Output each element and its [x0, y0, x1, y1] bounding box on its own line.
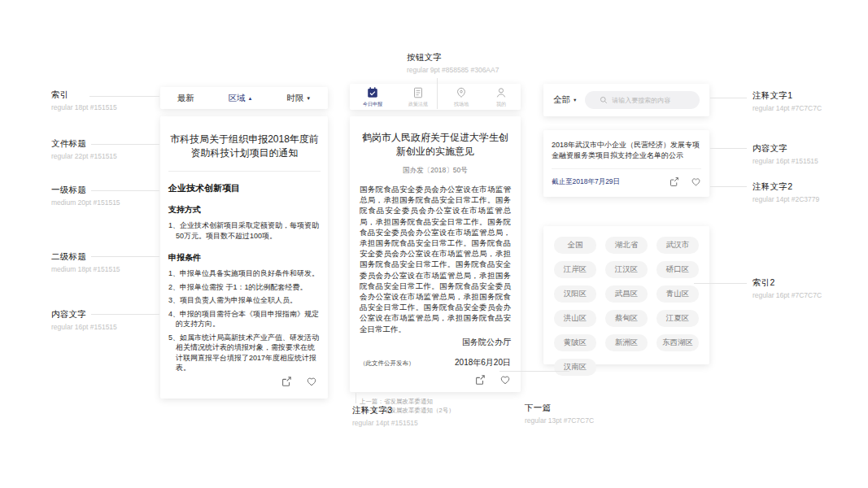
nav-label: 政策法规: [408, 101, 428, 108]
body-item: 4、申报的项目需符合本《项目申报指南》规定的支持方向。: [168, 309, 321, 329]
region-tag[interactable]: 洪山区: [554, 310, 596, 327]
annotation-content-text: 内容文字 regular 16pt #151515: [752, 143, 818, 165]
annotation-spec: regular 16pt #7C7C7C: [752, 291, 822, 299]
annotation-label: 索引: [51, 89, 117, 101]
annotation-label: 下一篇: [525, 403, 594, 414]
region-tag[interactable]: 黄陂区: [554, 334, 596, 351]
nav-label: 找场地: [454, 101, 469, 108]
region-tag[interactable]: 新洲区: [605, 334, 648, 351]
heart-icon[interactable]: [499, 374, 511, 386]
body-item: 1、企业技术创新项目采取定额资助，每项资助50万元。项目数不超过100项。: [168, 220, 321, 241]
search-pill[interactable]: [585, 91, 700, 109]
deadline-link[interactable]: 截止至2018年7月29日: [552, 177, 620, 187]
annotation-body-text: 内容文字 regular 16pt #151515: [51, 309, 117, 331]
share-icon[interactable]: [669, 176, 679, 187]
sub-heading: 支持方式: [168, 204, 321, 216]
tab-region[interactable]: 区域 ▲: [229, 93, 253, 104]
annotation-label: 按钮文字: [407, 52, 499, 63]
annotation-heading1: 一级标题 medium 20pt #151515: [51, 185, 120, 207]
region-tags-card: 全国 湖北省 武汉市 江岸区 江汉区 硚口区 汉阳区 武昌区 青山区 洪山区 蔡…: [543, 226, 709, 364]
body-item: 5、如属市统计局高新技术产业产值、研发活动相关情况统计表的填报对象，需按要求在统…: [168, 333, 321, 373]
heart-icon[interactable]: [691, 176, 701, 187]
annotation-note2: 注释文字2 regular 14pt #2C3779: [752, 181, 819, 203]
annotation-note3: 注释文字3 regular 14pt #151515: [352, 405, 418, 427]
search-result-card[interactable]: 2018年武汉市中小企业（民营经济）发展专项金融资服务类项目拟支持企业名单的公示…: [543, 130, 709, 197]
body-item: 3、项目负责人需为申报单位全职人员。: [168, 295, 321, 306]
annotation-label: 内容文字: [51, 309, 117, 320]
document-title: 鹤岗市人民政府关于促进大学生创新创业的实施意见: [360, 131, 511, 159]
annotation-line: [710, 98, 747, 98]
annotation-label: 内容文字: [752, 143, 818, 155]
doc-list-card: 市科技局关于组织申报2018年度前资助科技计划项目的通知 企业技术创新项目 支持…: [160, 116, 328, 399]
annotation-spec: medium 18pt #151515: [51, 265, 120, 273]
doc-list-tabbar: 最新 区域 ▲ 时限 ▼: [160, 87, 328, 109]
annotation-index2: 索引2 regular 16pt #7C7C7C: [752, 277, 822, 299]
location-pin-icon: [455, 86, 468, 99]
region-tag[interactable]: 湖北省: [605, 237, 648, 254]
chevron-down-icon: ▼: [573, 98, 577, 102]
doc-detail-card: 鹤岗市人民政府关于促进大学生创新创业的实施意见 国办发〔2018〕50号 国务院…: [350, 116, 521, 392]
annotation-label: 注释文字3: [352, 405, 418, 416]
annotation-spec: regular 22pt #151515: [51, 152, 117, 160]
share-icon[interactable]: [474, 374, 486, 386]
chevron-down-icon: ▼: [306, 96, 311, 101]
nav-item-find-venue[interactable]: 找场地: [454, 86, 469, 108]
annotation-button-text: 按钮文字 regular 9pt #858585 #306AA7: [407, 52, 499, 74]
share-icon[interactable]: [281, 376, 292, 387]
annotation-line: [710, 148, 747, 149]
sub-heading: 申报条件: [168, 252, 321, 264]
document-title: 市科技局关于组织申报2018年度前资助科技计划项目的通知: [168, 133, 321, 160]
annotation-label: 文件标题: [51, 138, 117, 150]
chevron-up-icon: ▲: [248, 96, 253, 101]
annotation-heading2: 二级标题 medium 18pt #151515: [51, 251, 120, 273]
region-tag[interactable]: 江夏区: [656, 310, 699, 327]
annotation-line: [437, 78, 438, 109]
document-number: 国办发〔2018〕50号: [360, 166, 511, 176]
body-item: 1、申报单位具备实施项目的良好条件和研发。: [168, 268, 321, 279]
section-title: 企业技术创新项目: [168, 182, 321, 194]
nav-label: 今日申报: [363, 101, 382, 108]
annotation-spec: regular 14pt #7C7C7C: [752, 104, 822, 112]
annotation-note1: 注释文字1 regular 14pt #7C7C7C: [752, 90, 822, 112]
tab-label: 时限: [286, 93, 303, 104]
heart-icon[interactable]: [306, 376, 317, 387]
annotation-spec: regular 14pt #151515: [352, 419, 418, 427]
body-item: 2、申报单位需按 于1：1的比例配套经费。: [168, 282, 321, 293]
region-tag[interactable]: 江岸区: [554, 261, 596, 278]
filter-dropdown[interactable]: 全部 ▼: [553, 94, 577, 106]
tab-deadline[interactable]: 时限 ▼: [286, 93, 311, 104]
annotation-doc-title: 文件标题 regular 22pt #151515: [51, 138, 117, 160]
region-tag[interactable]: 武昌区: [605, 285, 648, 303]
region-tag[interactable]: 青山区: [656, 285, 699, 303]
region-tag[interactable]: 江汉区: [605, 261, 648, 278]
tab-latest[interactable]: 最新: [177, 93, 194, 104]
annotation-spec: regular 16pt #151515: [752, 157, 818, 165]
design-spec-canvas: 索引 regular 18pt #151515 文件标题 regular 22p…: [0, 0, 868, 488]
annotation-label: 注释文字1: [752, 90, 822, 102]
annotation-label: 索引2: [752, 277, 822, 289]
region-tag[interactable]: 武汉市: [656, 237, 699, 254]
annotation-line: [355, 393, 356, 403]
tab-label: 区域: [229, 93, 246, 104]
region-tag[interactable]: 汉阳区: [554, 285, 596, 303]
annotation-next-article: 下一篇 regular 13pt #7C7C7C: [525, 403, 594, 425]
filter-label: 全部: [553, 94, 570, 106]
user-icon: [495, 86, 508, 99]
annotation-line: [499, 371, 569, 372]
region-tag[interactable]: 汉南区: [554, 359, 596, 376]
calendar-check-icon: [366, 86, 379, 99]
region-tag[interactable]: 蔡甸区: [605, 310, 648, 327]
region-tag[interactable]: 全国: [554, 237, 596, 254]
region-tag[interactable]: 东西湖区: [656, 334, 699, 351]
document-date: 2018年6月20日: [455, 357, 511, 368]
annotation-spec: regular 13pt #7C7C7C: [525, 416, 594, 425]
search-input[interactable]: [612, 97, 685, 104]
nav-item-policies[interactable]: 政策法规: [408, 86, 428, 108]
nav-item-profile[interactable]: 我的: [495, 86, 508, 108]
region-tag[interactable]: 硚口区: [656, 261, 699, 278]
nav-item-today-apply[interactable]: 今日申报: [363, 86, 382, 108]
public-release-note: （此文件公开发布）: [360, 359, 415, 368]
document-icon: [412, 86, 425, 99]
divider: [168, 171, 321, 172]
nav-label: 我的: [496, 101, 506, 108]
